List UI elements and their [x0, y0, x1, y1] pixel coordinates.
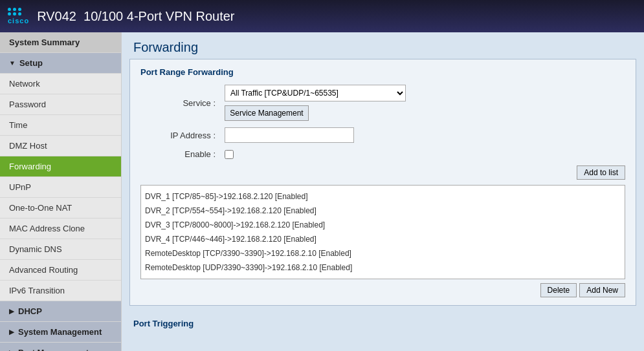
sidebar-item-dynamic-dns[interactable]: Dynamic DNS — [0, 239, 121, 260]
add-to-list-button[interactable]: Add to list — [577, 165, 625, 180]
list-item: DVR_4 [TCP/446~446]->192.168.2.120 [Enab… — [145, 232, 621, 246]
sidebar-item-port-management[interactable]: ▶ Port Management — [0, 343, 121, 351]
list-actions: Delete Add New — [140, 283, 625, 297]
sidebar-item-time[interactable]: Time — [0, 115, 121, 136]
sidebar-item-dhcp[interactable]: ▶ DHCP — [0, 301, 121, 322]
router-title: RV042 10/100 4-Port VPN Router — [37, 9, 234, 24]
brand-name: cisco — [8, 17, 29, 25]
sidebar-item-ipv6-transition[interactable]: IPv6 Transition — [0, 281, 121, 301]
ip-address-label: IP Address : — [140, 131, 225, 140]
service-controls: All Traffic [TCP&UDP/1~65535] Service Ma… — [225, 85, 406, 121]
sidebar-item-mac-address-clone[interactable]: MAC Address Clone — [0, 218, 121, 239]
sidebar: System Summary ▼ Setup Network Password … — [0, 32, 122, 351]
sidebar-item-advanced-routing[interactable]: Advanced Routing — [0, 260, 121, 281]
enable-row: Enable : — [140, 149, 625, 159]
add-new-button[interactable]: Add New — [579, 283, 625, 297]
enable-checkbox[interactable] — [225, 150, 234, 159]
sidebar-item-one-to-one-nat[interactable]: One-to-One NAT — [0, 198, 121, 218]
sidebar-item-setup[interactable]: ▼ Setup — [0, 53, 121, 74]
enable-label: Enable : — [140, 149, 225, 159]
sidebar-item-upnp[interactable]: UPnP — [0, 177, 121, 198]
service-management-button[interactable]: Service Management — [225, 105, 309, 121]
delete-button[interactable]: Delete — [540, 283, 577, 297]
dhcp-arrow-icon: ▶ — [9, 308, 14, 315]
sidebar-item-system-summary[interactable]: System Summary — [0, 32, 121, 53]
list-item: DVR_1 [TCP/85~85]->192.168.2.120 [Enable… — [145, 189, 621, 204]
forwarding-list: DVR_1 [TCP/85~85]->192.168.2.120 [Enable… — [140, 185, 625, 279]
list-item: RemoteDesktop [UDP/3390~3390]->192.168.2… — [145, 261, 621, 275]
list-item: RemoteDesktop [TCP/3390~3390]->192.168.2… — [145, 246, 621, 261]
service-row: Service : All Traffic [TCP&UDP/1~65535] … — [140, 85, 625, 121]
main-content: Forwarding Port Range Forwarding Service… — [122, 32, 644, 351]
sidebar-item-network[interactable]: Network — [0, 74, 121, 94]
list-item: DVR_3 [TCP/8000~8000]->192.168.2.120 [En… — [145, 218, 621, 232]
add-to-list-row: Add to list — [140, 165, 625, 180]
list-item: DVR_2 [TCP/554~554]->192.168.2.120 [Enab… — [145, 204, 621, 218]
service-select[interactable]: All Traffic [TCP&UDP/1~65535] — [225, 85, 406, 101]
ip-address-row: IP Address : — [140, 127, 625, 143]
ip-address-input[interactable] — [225, 127, 354, 143]
cisco-logo: cisco — [8, 8, 29, 25]
section-title: Port Range Forwarding — [140, 67, 625, 77]
setup-arrow-icon: ▼ — [9, 59, 16, 67]
port-range-forwarding-section: Port Range Forwarding Service : All Traf… — [129, 59, 636, 306]
header: cisco RV042 10/100 4-Port VPN Router — [0, 0, 644, 32]
sidebar-item-system-management[interactable]: ▶ System Management — [0, 322, 121, 343]
sys-mgmt-arrow-icon: ▶ — [9, 328, 14, 335]
service-label: Service : — [140, 98, 225, 108]
sidebar-item-forwarding[interactable]: Forwarding — [0, 156, 121, 177]
port-triggering-title: Port Triggering — [122, 314, 644, 331]
page-title: Forwarding — [122, 32, 644, 59]
sidebar-item-dmz-host[interactable]: DMZ Host — [0, 136, 121, 156]
sidebar-item-password[interactable]: Password — [0, 94, 121, 115]
